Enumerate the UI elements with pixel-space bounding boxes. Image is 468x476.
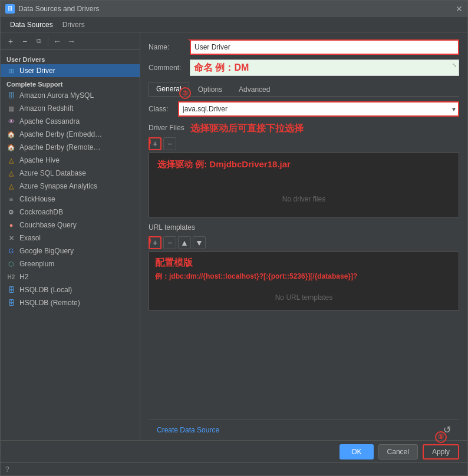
apache-cassandra-icon: 👁 — [6, 117, 16, 126]
app-icon: 🗄 — [5, 4, 15, 14]
list-item[interactable]: ▦ Amazon Redshift — [1, 102, 140, 115]
exasol-label: Exasol — [19, 234, 41, 242]
apache-derby-emb-icon: 🏠 — [6, 130, 16, 139]
left-toolbar: + − ⧉ ← → — [1, 32, 140, 50]
dialog-footer: OK Cancel Apply ⑤ — [1, 440, 467, 462]
remove-url-template-button[interactable]: − — [163, 236, 176, 249]
annotation-circle-5: ⑤ — [435, 431, 447, 443]
azure-sql-label: Azure SQL Database — [19, 169, 86, 177]
driver-files-label: Driver Files — [149, 124, 184, 132]
url-toolbar: + − ▲ ▼ ④ — [149, 236, 459, 249]
apply-button[interactable]: Apply — [423, 444, 459, 460]
create-data-source-link[interactable]: Create Data Source — [157, 426, 219, 434]
exasol-icon: ✕ — [6, 233, 16, 243]
hsqldb-remote-label: HSQLDB (Remote) — [19, 299, 80, 307]
copy-button[interactable]: ⧉ — [32, 35, 45, 48]
azure-synapse-icon: △ — [6, 181, 16, 191]
menu-drivers[interactable]: Drivers — [58, 19, 90, 30]
hsqldb-local-label: HSQLDB (Local) — [19, 286, 72, 294]
list-item[interactable]: 👁 Apache Cassandra — [1, 115, 140, 128]
apache-cassandra-label: Apache Cassandra — [19, 117, 80, 125]
apache-derby-emb-label: Apache Derby (Embedd… — [19, 130, 102, 138]
list-item[interactable]: 🗄 HSQLDB (Local) — [1, 283, 140, 296]
list-item[interactable]: 🏠 Apache Derby (Remote… — [1, 141, 140, 154]
h2-label: H2 — [19, 273, 28, 281]
move-up-url-button[interactable]: ▲ — [178, 236, 191, 249]
add-button[interactable]: + — [4, 35, 17, 48]
remove-driver-file-button[interactable]: − — [163, 137, 176, 150]
hsqldb-remote-icon: 🗄 — [6, 298, 16, 308]
apache-derby-rem-icon: 🏠 — [6, 143, 16, 152]
list-item[interactable]: 🗄 Amazon Aurora MySQL — [1, 89, 140, 102]
name-input[interactable] — [190, 39, 459, 55]
help-icon[interactable]: ? — [5, 465, 9, 474]
remove-button[interactable]: − — [18, 35, 31, 48]
annotation-circle-3: ③ — [179, 87, 191, 99]
tab-options[interactable]: Options — [190, 82, 230, 96]
azure-synapse-label: Azure Synapse Analytics — [19, 182, 97, 190]
class-select[interactable]: java.sql.Driver — [178, 101, 459, 117]
cockroachdb-icon: ⚙ — [6, 207, 16, 217]
tab-advanced[interactable]: Advanced — [231, 82, 278, 96]
hsqldb-local-icon: 🗄 — [6, 285, 16, 295]
amazon-redshift-label: Amazon Redshift — [19, 104, 73, 113]
driver-files-box: 选择驱动 例: DmjdbcDriver18.jar No driver fil… — [149, 153, 459, 217]
back-button[interactable]: ← — [51, 35, 64, 48]
comment-input[interactable] — [190, 60, 459, 76]
driver-list: User Drivers ⊞ User Driver Complete Supp… — [1, 50, 140, 440]
user-driver-label: User Driver — [19, 67, 55, 75]
greenplum-label: Greenplum — [19, 260, 54, 268]
list-item[interactable]: ≡ ClickHouse — [1, 193, 140, 206]
list-item[interactable]: ⬡ Greenplum — [1, 257, 140, 270]
ok-button[interactable]: OK — [340, 444, 373, 460]
driver-files-toolbar: + − ② — [149, 137, 459, 150]
right-panel: Name: ① Comment: ⤡ — [140, 32, 467, 440]
list-item[interactable]: G Google BigQuery — [1, 244, 140, 257]
list-item[interactable]: 🗄 HSQLDB (Remote) — [1, 296, 140, 309]
amazon-aurora-label: Amazon Aurora MySQL — [19, 91, 94, 100]
class-label: Class: — [149, 105, 178, 113]
couchbase-label: Couchbase Query — [19, 221, 77, 229]
clickhouse-icon: ≡ — [6, 194, 16, 204]
menu-data-sources[interactable]: Data Sources — [5, 19, 58, 30]
list-item[interactable]: △ Azure Synapse Analytics — [1, 180, 140, 193]
url-hint2: 例：jdbc:dm://{host::localhost}?[:{port::5… — [153, 270, 455, 283]
list-item[interactable]: △ Azure SQL Database — [1, 167, 140, 180]
list-item[interactable]: 🏠 Apache Derby (Embedd… — [1, 128, 140, 141]
forward-button[interactable]: → — [65, 35, 78, 48]
greenplum-icon: ⬡ — [6, 259, 16, 269]
cockroachdb-label: CockroachDB — [19, 208, 63, 216]
driver-files-dropdown-hint: 选择驱动后可直接下拉选择 — [190, 123, 304, 135]
close-button[interactable]: ✕ — [456, 4, 463, 14]
comment-expand-icon[interactable]: ⤡ — [452, 62, 457, 68]
list-item[interactable]: H2 H2 — [1, 270, 140, 283]
h2-icon: H2 — [6, 272, 16, 282]
couchbase-icon: ● — [6, 220, 16, 230]
window-title: Data Sources and Drivers — [18, 5, 99, 13]
amazon-aurora-icon: 🗄 — [6, 91, 16, 100]
user-driver-item[interactable]: ⊞ User Driver — [1, 64, 140, 77]
list-item[interactable]: ● Couchbase Query — [1, 219, 140, 232]
title-bar: 🗄 Data Sources and Drivers ✕ — [1, 1, 467, 17]
url-hint1: 配置模版 — [153, 256, 455, 270]
move-down-url-button[interactable]: ▼ — [193, 236, 206, 249]
url-templates-box: 配置模版 例：jdbc:dm://{host::localhost}?[:{po… — [149, 252, 459, 310]
list-item[interactable]: ✕ Exasol — [1, 232, 140, 244]
tab-bar: General Options Advanced — [149, 82, 459, 97]
apache-hive-icon: △ — [6, 156, 16, 165]
bottom-bar: Create Data Source ↺ — [149, 419, 459, 440]
name-label: Name: — [149, 43, 190, 51]
comment-label: Comment: — [149, 64, 190, 72]
apache-hive-label: Apache Hive — [19, 156, 60, 164]
list-item[interactable]: △ Apache Hive — [1, 154, 140, 167]
annotation-circle-4: ④ — [149, 235, 151, 247]
url-templates-label: URL templates — [149, 223, 195, 232]
list-item[interactable]: ⚙ CockroachDB — [1, 206, 140, 219]
no-url-templates-text: No URL templates — [153, 289, 455, 306]
driver-hint-text: 选择驱动 例: DmjdbcDriver18.jar — [153, 157, 455, 173]
user-driver-icon: ⊞ — [6, 66, 16, 75]
section-complete-support: Complete Support — [1, 77, 140, 89]
amazon-redshift-icon: ▦ — [6, 104, 16, 113]
azure-sql-icon: △ — [6, 168, 16, 178]
cancel-button[interactable]: Cancel — [378, 444, 418, 460]
